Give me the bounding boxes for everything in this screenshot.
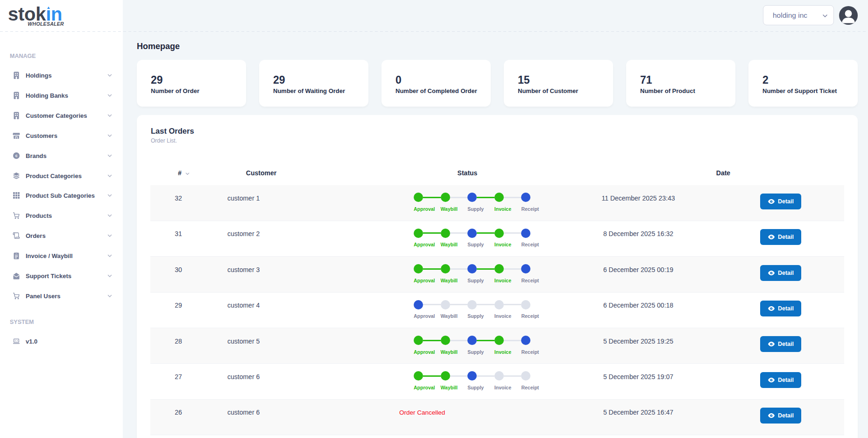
svg-text:c: c	[15, 153, 18, 158]
